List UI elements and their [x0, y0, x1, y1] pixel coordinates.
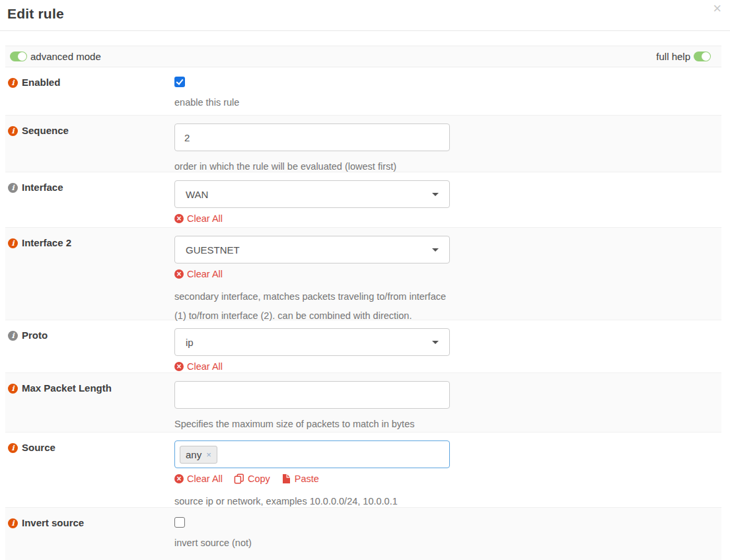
field-label-text: Sequence — [22, 125, 69, 136]
paste-button[interactable]: Paste — [281, 473, 319, 484]
clear-all-button[interactable]: Clear All — [174, 473, 223, 484]
advanced-mode-control: advanced mode — [10, 51, 101, 62]
interface2-select[interactable]: GUESTNET — [174, 236, 450, 263]
clear-all-button[interactable]: Clear All — [174, 361, 223, 372]
form-row-enabled: Enabled enable this rule — [5, 67, 721, 116]
copy-icon — [234, 473, 244, 484]
form-row-source: Source any × Clear All — [5, 433, 721, 508]
source-token: any × — [180, 446, 217, 464]
chevron-down-icon — [432, 193, 439, 196]
field-label-max-packet-length: Max Packet Length — [5, 373, 174, 432]
field-label-enabled: Enabled — [5, 67, 174, 115]
info-icon[interactable] — [8, 238, 18, 248]
field-label-text: Interface — [22, 182, 63, 193]
advanced-mode-label: advanced mode — [30, 51, 101, 62]
max-packet-length-input[interactable] — [174, 381, 450, 409]
modal-header: Edit rule × — [0, 0, 730, 31]
form-toolbar: advanced mode full help — [5, 46, 721, 67]
proto-select[interactable]: ip — [174, 328, 450, 356]
interface-select[interactable]: WAN — [174, 180, 450, 208]
info-icon[interactable] — [8, 183, 18, 193]
paste-icon — [281, 473, 291, 484]
times-circle-icon — [174, 214, 184, 223]
field-help: enable this rule — [174, 93, 447, 112]
times-circle-icon — [174, 269, 184, 279]
field-label-sequence: Sequence — [5, 116, 174, 172]
form-row-sequence: Sequence order in which the rule will be… — [5, 116, 721, 172]
info-icon[interactable] — [8, 331, 18, 341]
clear-all-button[interactable]: Clear All — [174, 269, 223, 279]
chevron-down-icon — [432, 341, 439, 344]
field-help: invert source (not) — [174, 534, 447, 553]
toggle-knob — [702, 52, 710, 61]
field-label-text: Interface 2 — [22, 237, 71, 248]
copy-button[interactable]: Copy — [234, 473, 270, 484]
select-value: WAN — [186, 189, 208, 200]
advanced-mode-toggle[interactable] — [10, 52, 27, 61]
close-icon[interactable]: × — [713, 1, 721, 16]
times-circle-icon — [174, 362, 184, 371]
edit-rule-form: advanced mode full help Enabled enable t… — [5, 46, 721, 560]
form-row-interface2: Interface 2 GUESTNET Clear All secondary… — [5, 228, 721, 320]
field-label-proto: Proto — [5, 320, 174, 372]
select-value: ip — [186, 337, 194, 348]
form-row-invert-source: Invert source invert source (not) — [5, 508, 721, 560]
info-icon[interactable] — [8, 443, 18, 453]
invert-source-checkbox[interactable] — [174, 517, 185, 528]
info-icon[interactable] — [8, 518, 18, 528]
page-title: Edit rule — [7, 6, 722, 22]
chevron-down-icon — [432, 248, 439, 252]
field-label-text: Source — [22, 442, 55, 453]
field-help: Specifies the maximum size of packets to… — [174, 415, 447, 434]
field-label-invert-source: Invert source — [5, 508, 174, 560]
form-row-interface: Interface WAN Clear All — [5, 172, 721, 228]
times-circle-icon — [174, 474, 184, 483]
field-label-source: Source — [5, 433, 174, 507]
info-icon[interactable] — [8, 78, 18, 88]
field-label-text: Enabled — [22, 77, 60, 88]
full-help-label: full help — [656, 51, 690, 62]
info-icon[interactable] — [8, 126, 18, 136]
source-token-input[interactable]: any × — [174, 440, 450, 468]
form-row-proto: Proto ip Clear All — [5, 320, 721, 373]
full-help-control: full help — [656, 51, 711, 62]
field-label-text: Invert source — [22, 517, 84, 528]
field-label-text: Proto — [22, 330, 48, 341]
toggle-knob — [18, 52, 26, 61]
form-row-max-packet-length: Max Packet Length Specifies the maximum … — [5, 373, 721, 433]
clear-all-button[interactable]: Clear All — [174, 213, 223, 224]
info-icon[interactable] — [8, 384, 18, 394]
field-label-interface2: Interface 2 — [5, 228, 174, 320]
sequence-input[interactable] — [174, 123, 450, 151]
field-label-interface: Interface — [5, 172, 174, 227]
field-label-text: Max Packet Length — [22, 382, 112, 394]
remove-token-icon[interactable]: × — [206, 450, 211, 459]
full-help-toggle[interactable] — [694, 52, 711, 61]
select-value: GUESTNET — [186, 244, 240, 256]
enabled-checkbox[interactable] — [174, 77, 185, 87]
